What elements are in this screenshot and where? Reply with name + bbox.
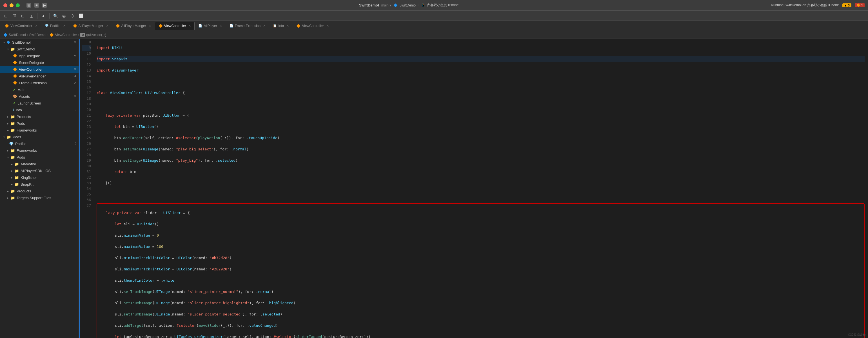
tab-info[interactable]: 📋 Info ✕	[269, 22, 292, 30]
sidebar-item-podfile[interactable]: 💎 Podfile ?	[0, 140, 79, 147]
code-container[interactable]: 8 9 10 11 12 13 14 15 16 17 18 19 20 21 …	[79, 39, 868, 338]
sidebar-item-swiftdemol-group[interactable]: ▾ 📁 SwiftDemol	[0, 45, 79, 52]
chevron-right-icon-pods-inner: ▸	[7, 122, 9, 125]
app-title: SwiftDemol	[359, 3, 379, 7]
sidebar-item-swiftdemol-root[interactable]: ▾ 🔷 SwiftDemol M	[0, 39, 79, 45]
tab-close[interactable]: ✕	[286, 24, 289, 28]
circle-btn[interactable]: ◎	[60, 12, 68, 20]
branch-label[interactable]: main ▾	[381, 3, 391, 7]
code-line-30: sli.setThumbImage(UIImage(named: "slider…	[97, 300, 864, 306]
up-btn[interactable]: ▲	[40, 12, 47, 20]
breadcrumb-quit-action[interactable]: quitAction(_:)	[86, 33, 106, 37]
storyboard-icon-launch: ✗	[13, 101, 16, 105]
sidebar-toggle[interactable]: ⊞	[27, 3, 31, 8]
tab-label: Podfile	[50, 24, 61, 28]
doc-tab-icon-2: 📄	[229, 24, 234, 28]
swift-icon-appdelegate: 🔶	[13, 54, 17, 58]
tab-close[interactable]: ✕	[220, 24, 222, 28]
code-line-8: import UIKit	[97, 45, 865, 51]
sidebar-item-frame-extension[interactable]: 🔶 Frame-Extension A	[0, 80, 79, 86]
code-line-24: sli.minimumValue = 0	[97, 233, 864, 238]
tab-close[interactable]: ✕	[263, 24, 266, 28]
code-content[interactable]: import UIKit import SnapKit import Aliyu…	[93, 39, 868, 338]
grid-view-btn[interactable]: ⊞	[2, 12, 9, 20]
minimize-button[interactable]	[9, 3, 13, 7]
sidebar-item-launchscreen[interactable]: ✗ LaunchScreen	[0, 100, 79, 106]
code-line-12: class ViewController: UIViewController {	[97, 90, 865, 96]
square-btn[interactable]: ⬜	[77, 12, 85, 20]
breadcrumb-swiftdemol[interactable]: SwiftDemol	[9, 33, 26, 37]
line-num-26: 26	[82, 141, 91, 147]
close-button[interactable]	[3, 3, 7, 7]
tab-close[interactable]: ✕	[35, 24, 37, 28]
breadcrumb-viewcontroller[interactable]: ViewController	[55, 33, 77, 37]
toolbar: ⊞ ☑ ⊡ ◫ ▲ 🔍 ◎ ⬡ ⬜	[0, 11, 868, 21]
swift-tab-icon-4: 🔶	[296, 24, 301, 28]
tab-aliplayermanger-1[interactable]: 🔶 AliPlayerManger ✕	[69, 22, 112, 30]
sidebar-item-kingfisher[interactable]: ▸ 📁 Kingfisher	[0, 174, 79, 181]
code-line-20: }()	[97, 180, 865, 186]
sidebar-item-aliplayersdk[interactable]: ▸ 📁 AliPlayerSDK_iOS	[0, 167, 79, 174]
phone-icon: 📱	[421, 3, 425, 7]
line-numbers: 8 9 10 11 12 13 14 15 16 17 18 19 20 21 …	[80, 39, 93, 338]
check-btn[interactable]: ☑	[11, 12, 18, 20]
line-num-24: 24	[82, 129, 91, 135]
folder-icon-fw: 📁	[10, 148, 15, 153]
tab-close[interactable]: ✕	[149, 24, 151, 28]
traffic-lights	[3, 3, 20, 7]
breadcrumb-device: 库客双小鱼的 iPhone	[427, 3, 459, 8]
sidebar-item-aliplayermanger[interactable]: 🔶 AliPlayerManger A	[0, 73, 79, 80]
sidebar-item-pods-group[interactable]: ▾ 📁 Pods	[0, 154, 79, 160]
code-line-18: btn.setImage(UIImage(named: "play_big"),…	[97, 158, 865, 163]
toolbar-separator-1	[37, 13, 37, 19]
tab-close[interactable]: ✕	[63, 24, 66, 28]
line-num-31: 31	[82, 169, 91, 175]
tab-podfile[interactable]: 💎 Podfile ✕	[41, 22, 69, 30]
hex-btn[interactable]: ⬡	[69, 12, 76, 20]
sidebar-item-pods-inner[interactable]: ▸ 📁 Pods	[0, 120, 79, 127]
tab-close[interactable]: ✕	[188, 24, 191, 28]
chevron-right-icon-fw: ▸	[7, 149, 9, 152]
sidebar-item-assets[interactable]: 🎨 Assets M	[0, 93, 79, 100]
sidebar-item-scenedelegate[interactable]: 🔶 SceneDelegate	[0, 59, 79, 66]
breadcrumb-swiftdemol-2[interactable]: SwiftDemol	[29, 33, 46, 37]
swift-icon-scenedelegate: 🔶	[13, 61, 17, 64]
sidebar-item-products[interactable]: ▸ 📁 Products	[0, 113, 79, 120]
tab-viewcontroller-active[interactable]: 🔶 ViewController ✕	[155, 22, 195, 30]
sidebar-item-main[interactable]: ✗ Main	[0, 86, 79, 93]
code-line-19: return btn	[97, 169, 865, 175]
stop-button[interactable]: ■	[34, 3, 39, 8]
breadcrumb-sep-3: ›	[78, 33, 79, 37]
tab-viewcontroller-2[interactable]: 🔶 ViewController ✕	[292, 22, 333, 30]
tab-viewcontroller-1[interactable]: 🔶 ViewController ✕	[1, 22, 41, 30]
sidebar-item-frameworks[interactable]: ▸ 📁 Frameworks	[0, 127, 79, 133]
frame-btn[interactable]: ⊡	[19, 12, 27, 20]
maximize-button[interactable]	[16, 3, 20, 7]
tab-close[interactable]: ✕	[106, 24, 108, 28]
sidebar-item-viewcontroller[interactable]: 🔶 ViewController M	[0, 66, 79, 73]
doc-tab-icon: 📄	[198, 24, 202, 28]
badge-question-podfile: ?	[74, 142, 76, 145]
folder-icon-pods-grp: 📁	[10, 155, 15, 159]
tab-aliplayer[interactable]: 📄 AliPlayer ✕	[195, 22, 225, 30]
sidebar-item-label-products: Products	[17, 115, 31, 119]
tab-frame-extension[interactable]: 📄 Frame-Extension ✕	[226, 22, 269, 30]
sidebar-item-appdelegate[interactable]: 🔶 AppDelegate M	[0, 52, 79, 59]
split-btn[interactable]: ◫	[28, 12, 35, 20]
run-button[interactable]: ▶	[42, 3, 47, 8]
warning-badge: ▲ 3	[842, 3, 851, 7]
sidebar-item-targets-support[interactable]: ▸ 📁 Targets Support Files	[0, 194, 79, 201]
tab-aliplayermanger-2[interactable]: 🔶 AliPlayerManger ✕	[112, 22, 155, 30]
sidebar-item-snapkit[interactable]: ▸ 📁 SnapKit	[0, 181, 79, 188]
sidebar-item-alamofire[interactable]: ▸ 📁 Alamofire	[0, 160, 79, 167]
code-line-25: sli.maximumValue = 100	[97, 244, 864, 250]
sidebar-item-pods-root[interactable]: ▾ 📁 Pods	[0, 133, 79, 140]
badge-m-viewcontroller: M	[74, 68, 76, 71]
line-num-23: 23	[82, 124, 91, 129]
sidebar-item-info[interactable]: ℹ Info ?	[0, 106, 79, 113]
sidebar-item-products-pods[interactable]: ▸ 📁 Products	[0, 188, 79, 194]
tab-close[interactable]: ✕	[327, 24, 329, 28]
search-btn[interactable]: 🔍	[52, 12, 59, 20]
sidebar-item-frameworks-pods[interactable]: ▸ 📁 Frameworks	[0, 147, 79, 154]
sidebar-item-label-targets-support: Targets Support Files	[17, 196, 51, 200]
